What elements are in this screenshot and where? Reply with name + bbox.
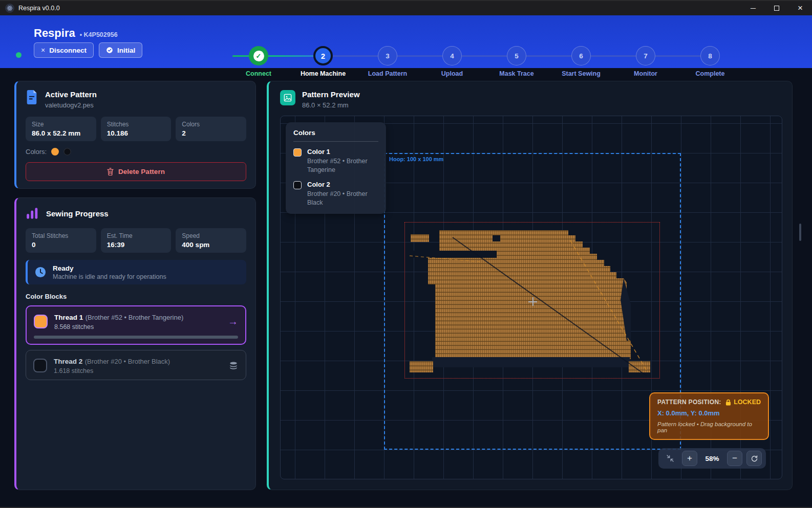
sewing-progress-card: Sewing Progress Total Stitches 0 Est. Ti… [14, 197, 256, 490]
brand-title: Respira [34, 27, 75, 40]
color-blocks-heading: Color Blocks [26, 293, 246, 300]
titlebar: Respira v0.0.0 ─ × [0, 0, 812, 15]
sewing-progress-title: Sewing Progress [46, 209, 109, 218]
lock-icon [725, 399, 731, 406]
step-upload[interactable]: 4 Upload [420, 31, 484, 77]
window-title: Respira v0.0.0 [18, 5, 60, 12]
legend-swatch-black [293, 181, 302, 189]
preview-dimensions: 86.0 × 52.2 mm [302, 101, 360, 109]
fit-screen-button[interactable] [663, 451, 678, 466]
active-pattern-card: Active Pattern valetudogv2.pes Size 86.0… [14, 81, 256, 189]
maximize-button[interactable] [765, 1, 788, 15]
legend-swatch-orange [293, 148, 302, 157]
initial-button[interactable]: Initial [99, 42, 142, 58]
hoop-label: Hoop: 100 x 100 mm [389, 156, 443, 162]
layers-icon [228, 361, 239, 371]
zoom-controls: + 58% − [658, 448, 766, 469]
preview-canvas[interactable]: Hoop: 100 x 100 mm [280, 116, 782, 479]
zoom-out-button[interactable]: − [727, 451, 742, 466]
zoom-in-button[interactable]: + [682, 451, 697, 466]
thread-row-2[interactable]: Thread 2 (Brother #20 • Brother Black) 1… [26, 350, 246, 380]
machine-serial: • K4P502956 [80, 31, 118, 38]
app-header: Respira • K4P502956 × Disconnect Initial… [0, 15, 812, 68]
thread-1-swatch [34, 315, 48, 328]
colors-label: Colors: [26, 148, 47, 156]
step-mask-trace[interactable]: 5 Mask Trace [484, 31, 549, 77]
position-label: PATTERN POSITION: [657, 399, 721, 406]
active-pattern-title: Active Pattern [45, 90, 97, 99]
legend-item-color2: Color 2 Brother #20 • Brother Black [293, 181, 378, 207]
check-icon: ✓ [253, 51, 264, 61]
canvas-crosshair [528, 297, 537, 306]
step-load-pattern[interactable]: 3 Load Pattern [355, 31, 420, 77]
stat-stitches: Stitches 10.186 [101, 117, 172, 141]
close-x-icon: × [41, 46, 45, 54]
locked-badge: LOCKED [725, 399, 761, 406]
status-description: Machine is idle and ready for operations [53, 273, 166, 280]
stat-colors: Colors 2 [176, 117, 246, 141]
reset-icon [751, 455, 758, 462]
scrollbar-thumb[interactable] [799, 224, 801, 241]
trash-icon [107, 168, 114, 175]
position-hint: Pattern locked • Drag background to pan [657, 421, 761, 433]
stat-speed: Speed 400 spm [176, 228, 246, 253]
color-swatch-orange [51, 148, 59, 156]
legend-title: Colors [293, 129, 378, 142]
arrow-right-icon: → [228, 316, 238, 327]
chart-bars-icon [26, 207, 39, 220]
step-home-machine[interactable]: 2 Home Machine [291, 31, 355, 77]
file-icon [26, 90, 38, 104]
position-coordinates: X: 0.0mm, Y: 0.0mm [657, 409, 761, 417]
step-monitor[interactable]: 7 Monitor [613, 31, 678, 77]
thread-1-progress [34, 336, 238, 339]
stat-size: Size 86.0 x 52.2 mm [26, 117, 96, 141]
stat-est-time: Est. Time 16:39 [101, 228, 172, 253]
delete-pattern-button[interactable]: Delete Pattern [26, 162, 246, 181]
fit-screen-icon [666, 454, 674, 462]
stat-total-stitches: Total Stitches 0 [26, 228, 96, 253]
preview-title: Pattern Preview [302, 90, 360, 99]
close-button[interactable]: × [788, 1, 812, 15]
step-circle-done: ✓ [249, 46, 268, 65]
maximize-icon [774, 6, 779, 11]
check-circle-icon [106, 47, 113, 54]
colors-legend: Colors Color 1 Brother #52 • Brother Tan… [286, 122, 386, 214]
legend-item-color1: Color 1 Brother #52 • Brother Tangerine [293, 148, 378, 174]
connection-status-dot [16, 52, 22, 58]
thread-row-1[interactable]: Thread 1 (Brother #52 • Brother Tangerin… [26, 305, 246, 345]
thread-2-swatch [33, 359, 47, 372]
step-complete[interactable]: 8 Complete [678, 31, 742, 77]
reset-view-button[interactable] [746, 451, 762, 466]
image-icon [280, 90, 295, 105]
disconnect-button[interactable]: × Disconnect [34, 42, 94, 58]
app-icon [5, 4, 14, 13]
pattern-position-overlay: PATTERN POSITION: LOCKED X: 0.0mm, Y: 0.… [649, 392, 769, 440]
minimize-button[interactable]: ─ [741, 1, 765, 15]
clock-icon [35, 267, 46, 278]
machine-status-box: Ready Machine is idle and ready for oper… [26, 260, 246, 284]
pattern-filename: valetudogv2.pes [45, 101, 97, 109]
zoom-level: 58% [701, 455, 723, 462]
status-title: Ready [53, 264, 166, 272]
color-swatch-black [63, 148, 71, 156]
workflow-stepper: ✓ Connect 2 Home Machine 3 Load Pattern … [226, 31, 743, 67]
pattern-preview-panel: Pattern Preview 86.0 × 52.2 mm Hoop: 100… [267, 81, 793, 490]
step-start-sewing[interactable]: 6 Start Sewing [549, 31, 613, 77]
step-connect[interactable]: ✓ Connect [226, 31, 291, 77]
